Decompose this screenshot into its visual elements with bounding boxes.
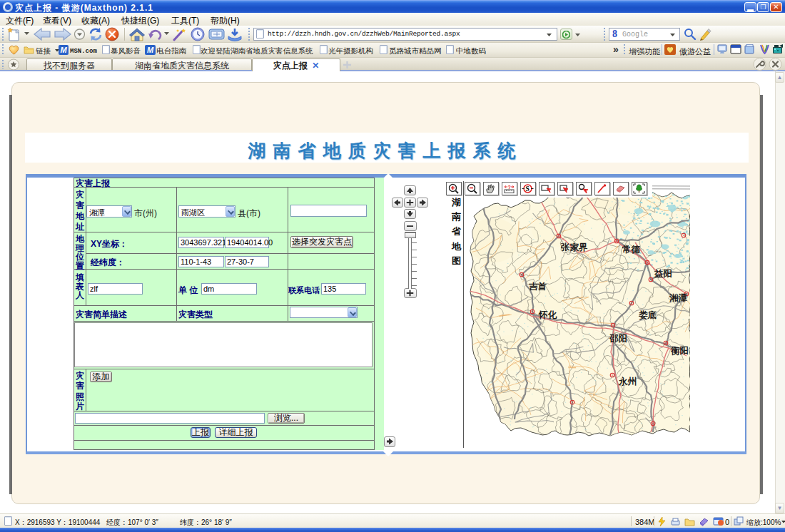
svg-text:怀化: 怀化: [538, 310, 557, 320]
svg-text:邵阳: 邵阳: [609, 334, 627, 344]
svg-text:常德: 常德: [622, 245, 641, 255]
svg-text:吉首: 吉首: [529, 282, 547, 292]
svg-text:?: ?: [508, 185, 511, 190]
svg-text:S: S: [526, 185, 530, 193]
svg-text:益阳: 益阳: [654, 269, 672, 279]
svg-text:娄底: 娄底: [639, 310, 657, 320]
svg-text:永州: 永州: [618, 377, 637, 387]
svg-text:张家界: 张家界: [560, 242, 588, 252]
svg-text:衡阳: 衡阳: [670, 346, 689, 356]
svg-text:湘潭: 湘潭: [669, 293, 688, 303]
